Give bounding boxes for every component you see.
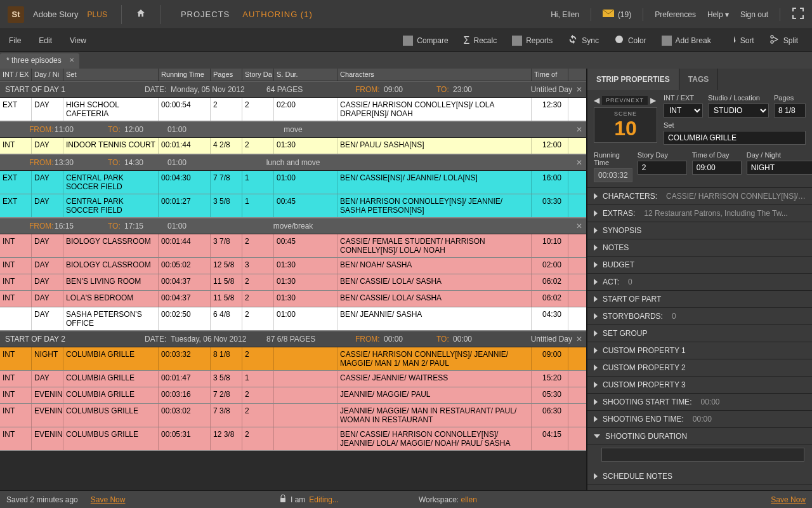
break-banner[interactable]: FROM:16:15 TO:17:15 01:00move/break ✕ xyxy=(0,218,586,234)
workspace-name: ellen xyxy=(461,495,476,504)
close-icon[interactable]: ✕ xyxy=(69,57,74,64)
svg-point-3 xyxy=(771,41,773,43)
acc-cp2[interactable]: CUSTOM PROPERTY 2 xyxy=(587,359,812,377)
help-link[interactable]: Help ▾ xyxy=(707,10,729,19)
prev-scene-icon[interactable]: ◀ xyxy=(594,96,599,105)
strip-row[interactable]: INTDAYBIOLOGY CLASSROOM 00:01:443 7/82 0… xyxy=(0,234,586,258)
preferences-link[interactable]: Preferences xyxy=(655,10,696,19)
status-bar: Saved 2 minutes ago Save Now I am Editin… xyxy=(0,490,812,508)
sync-icon xyxy=(568,34,578,46)
tool-recalc[interactable]: ΣRecalc xyxy=(459,32,502,49)
acc-setgroup[interactable]: SET GROUP xyxy=(587,325,812,342)
mail-button[interactable]: (19) xyxy=(603,10,631,19)
col-timeof[interactable]: Time of xyxy=(532,69,568,81)
separator xyxy=(121,5,122,24)
tab-tags[interactable]: TAGS xyxy=(679,69,718,90)
save-now-link[interactable]: Save Now xyxy=(91,495,126,504)
day-banner[interactable]: START OF DAY 1 DATE: Monday, 05 Nov 2012… xyxy=(0,81,586,98)
col-intext[interactable]: INT / EX xyxy=(0,69,32,81)
strip-row[interactable]: INTDAYLOLA'S BEDROOM 00:04:3711 5/82 01:… xyxy=(0,291,586,307)
strip-row[interactable]: INTNIGHTCOLUMBIA GRILLE 00:03:328 1/82 C… xyxy=(0,347,586,371)
menu-edit[interactable]: Edit xyxy=(39,36,52,45)
acc-cp3[interactable]: CUSTOM PROPERTY 3 xyxy=(587,377,812,394)
acc-startpart[interactable]: START OF PART xyxy=(587,291,812,308)
tool-sync[interactable]: Sync xyxy=(563,32,604,49)
save-now-link-right[interactable]: Save Now xyxy=(771,495,806,504)
separator xyxy=(160,5,160,24)
nav-authoring[interactable]: AUTHORING (1) xyxy=(242,10,313,19)
menu-bar: File Edit View Compare ΣRecalc Reports S… xyxy=(0,29,812,52)
schedule-grid: INT / EX Day / Ni Set Running Time Pages… xyxy=(0,69,587,490)
shooting-duration-input[interactable] xyxy=(601,448,804,462)
acc-schedule-notes[interactable]: SCHEDULE NOTES xyxy=(587,468,812,485)
timeofday-input[interactable] xyxy=(692,161,742,175)
tool-color[interactable]: Color xyxy=(609,32,652,49)
mail-icon xyxy=(603,10,614,19)
brand-bar: St Adobe Story PLUS PROJECTS AUTHORING (… xyxy=(0,0,812,29)
properties-accordion: CHARACTERS:CASSIE/ HARRISON CONNELLY[NS]… xyxy=(587,187,812,490)
nav-projects[interactable]: PROJECTS xyxy=(181,10,230,19)
menu-file[interactable]: File xyxy=(9,36,21,45)
signout-link[interactable]: Sign out xyxy=(740,10,768,19)
pages-input[interactable] xyxy=(774,104,806,117)
strip-row[interactable]: EXTDAYHIGH SCHOOL CAFETERIA 00:00:5422 0… xyxy=(0,98,586,121)
acc-cp1[interactable]: CUSTOM PROPERTY 1 xyxy=(587,342,812,359)
day-banner[interactable]: START OF DAY 2 DATE: Tuesday, 06 Nov 201… xyxy=(0,331,586,347)
intext-select[interactable]: INT xyxy=(664,104,703,117)
strip-row[interactable]: EXTDAYCENTRAL PARK SOCCER FIELD 00:01:27… xyxy=(0,194,586,218)
home-icon[interactable] xyxy=(136,8,146,20)
close-icon[interactable]: ✕ xyxy=(576,335,582,344)
col-storyday[interactable]: Story Da xyxy=(242,69,274,81)
fullscreen-icon[interactable] xyxy=(792,7,804,22)
col-set[interactable]: Set xyxy=(63,69,159,81)
tool-sort[interactable]: Sort xyxy=(721,32,759,49)
strip-row[interactable]: INTDAYBIOLOGY CLASSROOM 00:05:0212 5/83 … xyxy=(0,258,586,274)
document-tab[interactable]: * three episodes ✕ xyxy=(0,53,79,69)
document-tabs: * three episodes ✕ xyxy=(0,52,812,69)
strip-row[interactable]: INTEVENINGCOLUMBUS GRILLE 00:03:027 3/82… xyxy=(0,404,586,427)
acc-shoot-dur[interactable]: SHOOTING DURATION xyxy=(587,428,812,445)
acc-storyboards[interactable]: STORYBOARDS:0 xyxy=(587,308,812,325)
strip-row[interactable]: DAYSASHA PETERSON'S OFFICE 00:02:506 4/8… xyxy=(0,307,586,331)
set-input[interactable] xyxy=(664,131,806,145)
studio-select[interactable]: STUDIO xyxy=(708,104,769,117)
strip-row[interactable]: INTEVENINGCOLUMBIA GRILLE 00:03:167 2/82… xyxy=(0,387,586,404)
close-icon[interactable]: ✕ xyxy=(576,125,582,134)
close-icon[interactable]: ✕ xyxy=(576,222,582,231)
acc-characters[interactable]: CHARACTERS:CASSIE/ HARRISON CONNELLY[NS]… xyxy=(587,188,812,205)
break-banner[interactable]: FROM:13:30 TO:14:30 01:00lunch and move … xyxy=(0,154,586,171)
strip-row[interactable]: EXTDAYCENTRAL PARK SOCCER FIELD 00:04:30… xyxy=(0,171,586,194)
acc-shoot-end[interactable]: SHOOTING END TIME:00:00 xyxy=(587,411,812,428)
col-daynight[interactable]: Day / Ni xyxy=(32,69,63,81)
tool-addbreak[interactable]: Add Break xyxy=(657,32,716,49)
col-runtime[interactable]: Running Time xyxy=(159,69,211,81)
col-pages[interactable]: Pages xyxy=(211,69,242,81)
daynight-input[interactable] xyxy=(747,161,812,175)
tool-compare[interactable]: Compare xyxy=(398,32,453,49)
menu-view[interactable]: View xyxy=(70,36,86,45)
acc-extras[interactable]: EXTRAS:12 Restaurant Patrons, Including … xyxy=(587,205,812,222)
next-scene-icon[interactable]: ▶ xyxy=(650,96,656,105)
close-icon[interactable]: ✕ xyxy=(576,85,582,94)
acc-shoot-start[interactable]: SHOOTING START TIME:00:00 xyxy=(587,394,812,411)
tab-strip-properties[interactable]: STRIP PROPERTIES xyxy=(587,69,679,90)
col-sdur[interactable]: S. Dur. xyxy=(274,69,337,81)
strip-row[interactable]: INTDAYCOLUMBIA GRILLE 00:01:473 5/81 CAS… xyxy=(0,371,586,387)
tool-reports[interactable]: Reports xyxy=(507,32,558,49)
split-icon xyxy=(769,34,780,46)
col-characters[interactable]: Characters xyxy=(337,69,532,81)
strip-row[interactable]: INTDAYINDOOR TENNIS COURT 00:01:444 2/82… xyxy=(0,138,586,154)
close-icon[interactable]: ✕ xyxy=(576,158,582,167)
strip-row[interactable]: INTDAYBEN'S LIVING ROOM 00:04:3711 5/82 … xyxy=(0,274,586,291)
acc-act[interactable]: ACT:0 xyxy=(587,274,812,291)
tool-split[interactable]: Split xyxy=(764,32,803,49)
lock-icon xyxy=(279,494,287,505)
break-banner[interactable]: FROM:11:00 TO:12:00 01:00move ✕ xyxy=(0,121,586,138)
scene-number-box: SCENE 10 xyxy=(594,107,657,143)
strip-row[interactable]: INTEVENINGCOLUMBUS GRILLE 00:05:3112 3/8… xyxy=(0,427,586,451)
acc-budget[interactable]: BUDGET xyxy=(587,257,812,274)
storyday-input[interactable] xyxy=(638,161,687,175)
acc-synopsis[interactable]: SYNOPSIS xyxy=(587,222,812,239)
svg-point-2 xyxy=(771,36,773,38)
acc-notes[interactable]: NOTES xyxy=(587,239,812,257)
